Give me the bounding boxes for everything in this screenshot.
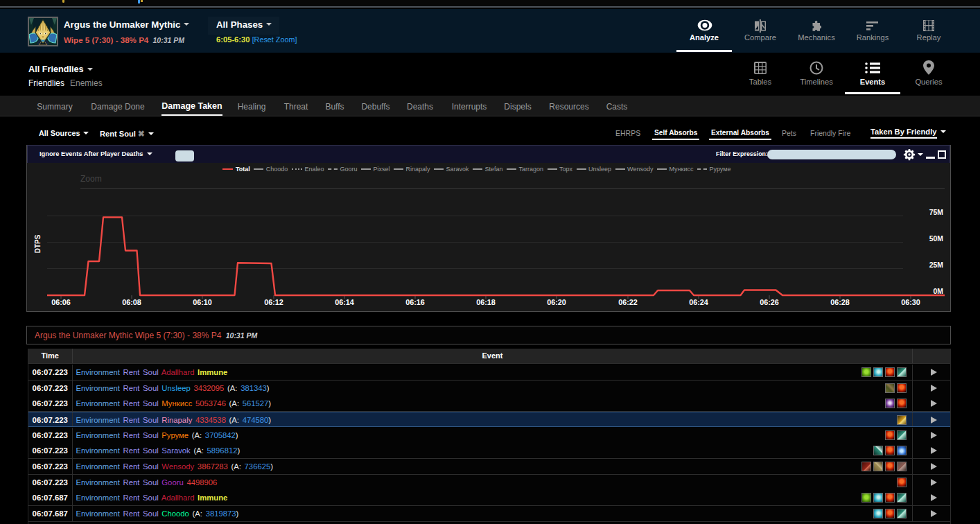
- svg-text:Zoom: Zoom: [80, 174, 102, 184]
- svg-text:75M: 75M: [929, 209, 943, 216]
- svg-text:06:12: 06:12: [264, 298, 283, 306]
- svg-text:06:14: 06:14: [335, 298, 354, 306]
- svg-text:25M: 25M: [929, 261, 943, 269]
- svg-text:06:20: 06:20: [547, 298, 566, 306]
- svg-text:06:08: 06:08: [122, 298, 141, 306]
- svg-text:06:24: 06:24: [689, 298, 708, 306]
- svg-text:06:28: 06:28: [830, 298, 850, 306]
- svg-text:06:30: 06:30: [901, 298, 920, 306]
- svg-text:06:16: 06:16: [405, 298, 425, 306]
- svg-text:06:06: 06:06: [51, 298, 71, 306]
- svg-text:DTPS: DTPS: [34, 234, 42, 253]
- svg-text:0M: 0M: [934, 288, 943, 295]
- svg-text:06:10: 06:10: [193, 298, 212, 306]
- svg-text:06:22: 06:22: [618, 298, 638, 306]
- svg-text:06:18: 06:18: [476, 298, 496, 306]
- svg-text:06:26: 06:26: [760, 298, 779, 306]
- svg-text:50M: 50M: [929, 235, 943, 243]
